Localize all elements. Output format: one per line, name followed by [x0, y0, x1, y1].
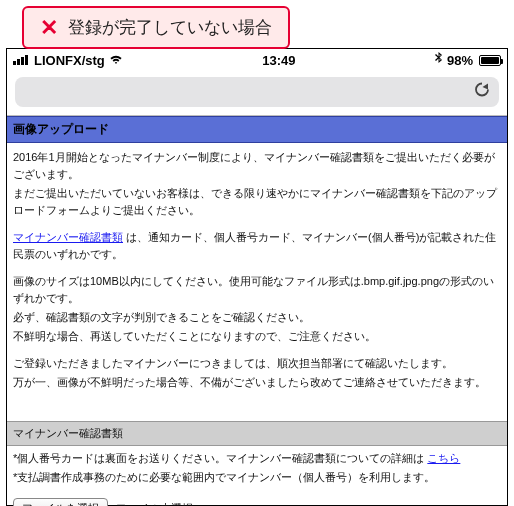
clock: 13:49: [262, 53, 295, 68]
warning-callout: ✕ 登録が完了していない場合: [22, 6, 290, 49]
bluetooth-icon: [435, 52, 443, 68]
battery-percent: 98%: [447, 53, 473, 68]
file-upload-row: ファイルを選択 ファイル未選択: [7, 492, 507, 506]
status-bar: LIONFX/stg 13:49 98%: [7, 49, 507, 71]
cell-signal-icon: [13, 55, 28, 65]
size-line-2: 必ず、確認書類の文字が判別できることをご確認ください。: [13, 309, 501, 326]
size-line-1: 画像のサイズは10MB以内にしてください。使用可能なファイル形式は.bmp.gi…: [13, 273, 501, 307]
notes-list: 個人番号カードは裏面をお送りください。マイナンバー確認書類についての詳細は こち…: [7, 446, 507, 492]
docs-paragraph: マイナンバー確認書類 は、通知カード、個人番号カード、マイナンバー(個人番号)が…: [13, 229, 501, 263]
confirm-line-2: 万が一、画像が不鮮明だった場合等、不備がございましたら改めてご連絡させていただき…: [13, 374, 501, 391]
intro-line-1: 2016年1月開始となったマイナンバー制度により、マイナンバー確認書類をご提出い…: [13, 149, 501, 183]
section-title: 画像アップロード: [7, 116, 507, 143]
url-bar[interactable]: [15, 77, 499, 107]
sub-section-title: マイナンバー確認書類: [7, 421, 507, 446]
battery-icon: [479, 55, 501, 66]
file-status: ファイル未選択: [116, 500, 193, 506]
page-content: 画像アップロード 2016年1月開始となったマイナンバー制度により、マイナンバー…: [7, 116, 507, 506]
x-icon: ✕: [40, 17, 58, 39]
details-link[interactable]: こちら: [427, 452, 460, 464]
device-frame: LIONFX/stg 13:49 98% 画像アップロード 2016年1月開始と…: [6, 48, 508, 506]
note-1: 個人番号カードは裏面をお送りください。マイナンバー確認書類についての詳細は こち…: [13, 450, 501, 467]
wifi-icon: [109, 53, 123, 68]
note-2: 支払調書作成事務のために必要な範囲内でマイナンバー（個人番号）を利用します。: [13, 469, 501, 486]
my-number-docs-link[interactable]: マイナンバー確認書類: [13, 231, 123, 243]
browser-toolbar: [7, 71, 507, 115]
choose-file-button[interactable]: ファイルを選択: [13, 498, 108, 506]
callout-text: 登録が完了していない場合: [68, 16, 272, 39]
carrier-label: LIONFX/stg: [34, 53, 105, 68]
reload-icon[interactable]: [473, 81, 491, 104]
intro-line-2: まだご提出いただいていないお客様は、できる限り速やかにマイナンバー確認書類を下記…: [13, 185, 501, 219]
confirm-line-1: ご登録いただきましたマイナンバーにつきましては、順次担当部署にて確認いたします。: [13, 355, 501, 372]
size-line-3: 不鮮明な場合、再送していただくことになりますので、ご注意ください。: [13, 328, 501, 345]
